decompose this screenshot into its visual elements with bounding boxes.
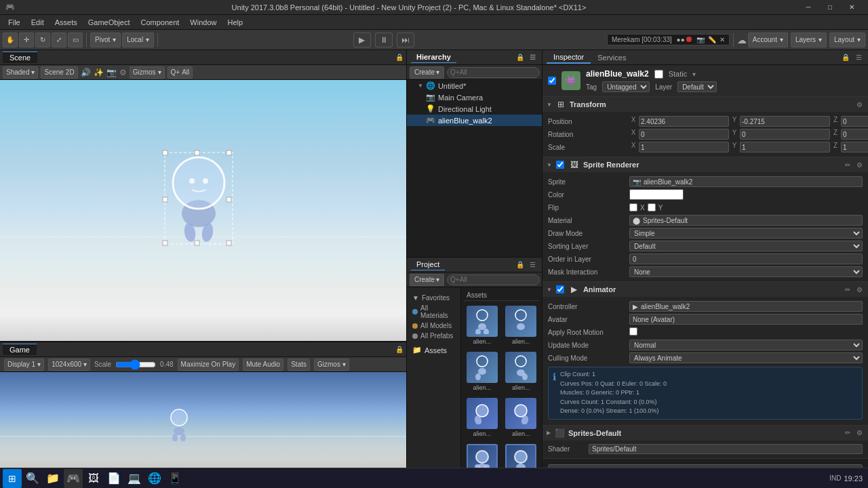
all-materials-item[interactable]: All Materials <box>407 303 460 321</box>
rect-tool[interactable]: ▭ <box>68 33 83 47</box>
transform-settings-icon[interactable]: ⚙ <box>854 100 864 109</box>
asset-item-3[interactable]: alien... <box>464 350 500 393</box>
asset-item-1[interactable]: alien... <box>464 304 500 347</box>
static-arrow[interactable]: ▾ <box>692 70 696 78</box>
scene-canvas[interactable] <box>0 80 406 341</box>
menu-assets[interactable]: Assets <box>50 17 83 28</box>
taskbar-unity-icon[interactable]: 🎮 <box>64 469 83 488</box>
layer-select[interactable]: Default <box>677 81 717 92</box>
avatar-value[interactable]: None (Avatar) <box>629 314 863 325</box>
sprite-renderer-settings-icon[interactable]: ⚙ <box>854 160 864 169</box>
stats-toggle[interactable]: Stats <box>288 359 310 371</box>
main-camera-item[interactable]: 📷 Main Camera <box>407 92 542 103</box>
pos-x-input[interactable] <box>639 116 729 127</box>
sorting-layer-select[interactable]: Default <box>629 241 863 251</box>
object-active-checkbox[interactable] <box>548 77 556 85</box>
menu-window[interactable]: Window <box>184 17 222 28</box>
layout-dropdown[interactable]: Layout▾ <box>829 33 865 47</box>
step-button[interactable]: ⏭ <box>397 33 414 47</box>
project-search-input[interactable] <box>447 274 540 285</box>
cloud-icon[interactable]: ☁ <box>737 35 747 45</box>
inspector-menu-icon[interactable]: ☰ <box>853 52 864 63</box>
animator-header[interactable]: ▼ ▶ Animator ✏ ⚙ <box>542 282 868 297</box>
sprites-default-header[interactable]: ▶ ⬛ Sprites-Default ✏ ⚙ <box>542 426 868 441</box>
material-value[interactable]: ⬤ Sprites-Default <box>629 215 863 226</box>
all-dropdown[interactable]: Q+ All <box>167 66 193 79</box>
gizmos-dropdown[interactable]: Gizmos▾ <box>130 66 165 79</box>
start-button[interactable]: ⊞ <box>3 469 22 488</box>
scale-x-input[interactable] <box>639 142 729 152</box>
services-tab[interactable]: Services <box>591 52 633 63</box>
assets-folder-button[interactable]: 📁 Assets <box>407 344 460 357</box>
animator-checkbox[interactable] <box>556 285 564 293</box>
account-dropdown[interactable]: Account▾ <box>748 33 788 47</box>
rot-y-input[interactable] <box>740 129 830 140</box>
inspector-tab[interactable]: Inspector <box>547 52 591 64</box>
draw-mode-select[interactable]: Simple <box>629 228 863 239</box>
pivot-dropdown[interactable]: Pivot▾ <box>90 33 121 47</box>
scale-z-input[interactable] <box>841 142 868 152</box>
taskbar-search-icon[interactable]: 🔍 <box>23 469 42 488</box>
taskbar-vs-icon[interactable]: 💻 <box>125 469 144 488</box>
scene-tab[interactable]: Scene <box>3 52 37 63</box>
layers-dropdown[interactable]: Layers▾ <box>791 33 827 47</box>
camera-icon[interactable]: 📷 <box>106 68 117 77</box>
resolution-dropdown[interactable]: 1024x600▾ <box>48 359 90 371</box>
rot-z-input[interactable] <box>841 129 868 140</box>
order-in-layer-input[interactable] <box>629 253 863 264</box>
move-tool[interactable]: ✛ <box>19 33 34 47</box>
audio-icon[interactable]: 🔊 <box>81 68 91 77</box>
scale-y-input[interactable] <box>740 142 830 152</box>
sprites-default-edit-icon[interactable]: ✏ <box>843 428 852 438</box>
asset-item-6[interactable]: alien... <box>503 396 540 439</box>
sprite-renderer-checkbox[interactable] <box>556 161 564 169</box>
project-create-button[interactable]: Create▾ <box>410 274 444 286</box>
project-tab[interactable]: Project <box>411 259 445 270</box>
flip-y-checkbox[interactable] <box>648 203 656 211</box>
close-button[interactable]: ✕ <box>841 0 863 15</box>
pos-y-input[interactable] <box>740 116 830 127</box>
menu-gameobject[interactable]: GameObject <box>83 17 136 28</box>
alien-item[interactable]: 🎮 alienBlue_walk2 <box>407 115 542 126</box>
directional-light-item[interactable]: 💡 Directional Light <box>407 103 542 115</box>
update-mode-select[interactable]: Normal <box>629 340 863 350</box>
sprite-renderer-edit-icon[interactable]: ✏ <box>843 160 852 169</box>
scene-root-item[interactable]: ▼ 🌐 Untitled* <box>407 80 542 92</box>
menu-file[interactable]: File <box>3 17 26 28</box>
scene-lock-icon[interactable]: 🔒 <box>395 54 403 61</box>
tag-select[interactable]: Untagged <box>602 81 650 92</box>
hierarchy-create-button[interactable]: Create▾ <box>410 66 444 79</box>
menu-edit[interactable]: Edit <box>26 17 50 28</box>
animator-edit-icon[interactable]: ✏ <box>843 285 852 294</box>
hierarchy-search-input[interactable] <box>447 67 540 78</box>
hand-tool[interactable]: ✋ <box>3 33 18 47</box>
all-prefabs-item[interactable]: All Prefabs <box>407 331 460 341</box>
taskbar-file-icon[interactable]: 📁 <box>43 469 62 488</box>
animator-settings-icon[interactable]: ⚙ <box>854 285 864 294</box>
fx-icon[interactable]: ✨ <box>94 68 104 77</box>
rotate-tool[interactable]: ↻ <box>35 33 50 47</box>
play-button[interactable]: ▶ <box>353 33 371 47</box>
asset-item-5[interactable]: alien... <box>464 396 500 439</box>
local-dropdown[interactable]: Local▾ <box>122 33 154 47</box>
transform-header[interactable]: ▼ ⊞ Transform ⚙ <box>542 97 868 112</box>
scale-slider[interactable] <box>115 361 156 368</box>
maximize-toggle[interactable]: Maximize On Play <box>178 359 239 371</box>
taskbar-ps-icon[interactable]: 🖼 <box>84 469 103 488</box>
sprite-renderer-header[interactable]: ▼ 🖼 Sprite Renderer ✏ ⚙ <box>542 157 868 172</box>
rot-x-input[interactable] <box>639 129 729 140</box>
menu-help[interactable]: Help <box>222 17 248 28</box>
mute-toggle[interactable]: Mute Audio <box>243 359 283 371</box>
flip-x-checkbox[interactable] <box>629 203 637 211</box>
asset-item-2[interactable]: alien... <box>503 304 540 347</box>
all-models-item[interactable]: All Models <box>407 321 460 331</box>
maximize-button[interactable]: □ <box>819 0 841 15</box>
hierarchy-tab[interactable]: Hierarchy <box>411 52 456 63</box>
scale-tool[interactable]: ⤢ <box>52 33 66 47</box>
game-tab[interactable]: Game <box>3 344 37 355</box>
gizmos-game-dropdown[interactable]: Gizmos▾ <box>314 359 349 371</box>
controller-value[interactable]: ▶ alienBlue_walk2 <box>629 301 863 312</box>
color-swatch[interactable] <box>629 189 684 200</box>
taskbar-browser-icon[interactable]: 🌐 <box>145 469 164 488</box>
taskbar-extra-icon[interactable]: 📱 <box>165 469 184 488</box>
